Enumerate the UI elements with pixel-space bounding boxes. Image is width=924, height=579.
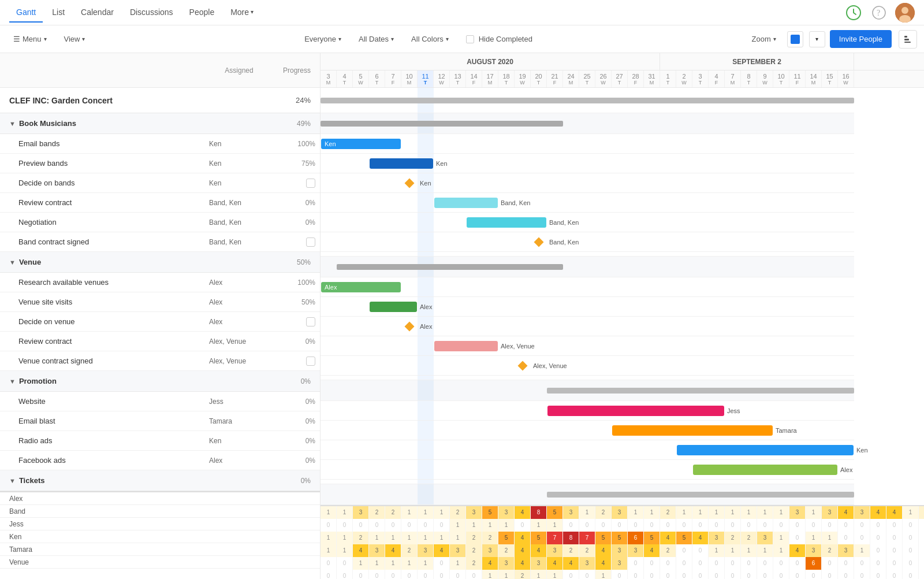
nav-list[interactable]: List xyxy=(45,3,72,23)
color-swatch-button[interactable] xyxy=(787,31,803,47)
user-avatar[interactable] xyxy=(895,3,915,23)
gantt-bar[interactable] xyxy=(434,198,498,208)
workload-cell: 0 xyxy=(854,519,870,532)
milestone-checkbox[interactable] xyxy=(306,357,315,366)
help-icon[interactable]: ? xyxy=(870,3,888,22)
task-progress: 0% xyxy=(274,456,320,465)
workload-cell: 0 xyxy=(401,519,418,532)
gantt-panel[interactable]: AUGUST 2020 SEPTEMBER 2 3M4T5W6T7F10M11T… xyxy=(321,53,924,579)
workload-cell: 3 xyxy=(806,544,822,557)
day-17: 17M xyxy=(482,70,498,87)
gantt-view-toggle[interactable] xyxy=(899,30,917,49)
group-header-3[interactable]: ▼Tickets0% xyxy=(0,470,320,491)
workload-cell: 4 xyxy=(353,544,369,557)
task-row: Review contract Alex, Venue 0% xyxy=(0,332,320,351)
workload-cell: 4 xyxy=(838,506,854,519)
workload-cell: 3 xyxy=(838,544,854,557)
day-13: 13T xyxy=(450,70,466,87)
everyone-button[interactable]: Everyone ▾ xyxy=(298,31,348,47)
nav-more[interactable]: More ▾ xyxy=(223,3,260,23)
gantt-bar[interactable] xyxy=(612,425,773,436)
workload-cell: 3 xyxy=(822,506,838,519)
task-name: Preview bands xyxy=(0,159,204,168)
workload-cell: 0 xyxy=(628,519,644,532)
invite-people-button[interactable]: Invite People xyxy=(830,30,892,48)
workload-cell: 4 xyxy=(870,506,886,519)
gantt-bar[interactable]: Alex xyxy=(321,282,401,292)
workload-cell: 4 xyxy=(515,544,531,557)
workload-cell: 0 xyxy=(563,519,579,532)
gantt-bar[interactable]: Ken xyxy=(321,139,401,149)
group-caret-icon: ▼ xyxy=(9,378,16,385)
hide-completed-button[interactable]: Hide Completed xyxy=(460,31,539,47)
nav-calendar[interactable]: Calendar xyxy=(74,3,121,23)
nav-discussions[interactable]: Discussions xyxy=(123,3,180,23)
workload-cell: 0 xyxy=(676,570,692,580)
workload-cell: 0 xyxy=(822,519,838,532)
milestone-checkbox[interactable] xyxy=(306,237,315,247)
gantt-bar[interactable] xyxy=(547,406,724,416)
all-colors-button[interactable]: All Colors ▾ xyxy=(405,31,455,47)
day-12: 12W xyxy=(434,70,450,87)
menu-icon: ☰ xyxy=(13,35,20,43)
workload-cell: 8 xyxy=(563,532,579,544)
task-name: Facebook ads xyxy=(0,456,204,465)
gantt-bar[interactable] xyxy=(370,158,433,169)
gantt-diamond xyxy=(534,237,544,247)
workload-cell: 0 xyxy=(353,570,369,580)
gantt-bar[interactable] xyxy=(693,465,837,475)
workload-cell: 0 xyxy=(838,519,854,532)
workload-cell: 0 xyxy=(870,544,886,557)
nav-gantt[interactable]: Gantt xyxy=(9,3,43,23)
workload-cell: 5 xyxy=(644,532,660,544)
gantt-bar[interactable] xyxy=(467,217,546,228)
workload-cell: 2 xyxy=(401,544,418,557)
workload-cell: 2 xyxy=(595,506,612,519)
group-header-0[interactable]: ▼Book Musicians49% xyxy=(0,113,320,134)
workload-cell: 0 xyxy=(321,519,337,532)
workload-cell: 2 xyxy=(498,544,515,557)
workload-cell: 0 xyxy=(321,570,337,580)
workload-cell: 0 xyxy=(854,570,870,580)
workload-cell: 1 xyxy=(531,519,547,532)
nav-people[interactable]: People xyxy=(182,3,222,23)
gantt-bar-label: Band, Ken xyxy=(501,199,530,206)
workload-cell: 1 xyxy=(337,532,353,544)
milestone-checkbox[interactable] xyxy=(306,179,315,188)
workload-cell: 0 xyxy=(854,557,870,570)
all-dates-button[interactable]: All Dates ▾ xyxy=(352,31,400,47)
workload-cell: 0 xyxy=(757,557,773,570)
clock-icon[interactable] xyxy=(844,3,863,22)
workload-cell: 0 xyxy=(903,544,919,557)
project-row: CLEF INC: Garden Concert 24% xyxy=(0,88,320,113)
workload-cell: 4 xyxy=(644,544,660,557)
milestone-checkbox[interactable] xyxy=(306,317,315,326)
zoom-button[interactable]: Zoom ▾ xyxy=(746,31,783,47)
workload-cell: 2 xyxy=(353,532,369,544)
gantt-bar[interactable] xyxy=(434,341,498,351)
task-assigned: Alex, Venue xyxy=(204,357,274,365)
task-row: Facebook ads Alex 0% xyxy=(0,451,320,470)
gantt-bar[interactable] xyxy=(677,445,854,455)
workload-cell: 0 xyxy=(789,519,806,532)
view-button[interactable]: View ▾ xyxy=(58,31,92,47)
workload-row-alex: 11322111235348531231121111111313434412 xyxy=(321,506,924,519)
day-3: 3T xyxy=(692,70,709,87)
group-header-2[interactable]: ▼Promotion0% xyxy=(0,371,320,392)
gantt-bar[interactable] xyxy=(370,302,417,312)
workload-cell: 0 xyxy=(579,519,595,532)
color-picker-dropdown[interactable]: ▾ xyxy=(809,31,825,47)
workload-section: 1132211123534853123112111111131343441200… xyxy=(321,505,924,579)
workload-cell: 0 xyxy=(337,519,353,532)
workload-cell: 1 xyxy=(418,557,434,570)
hide-completed-checkbox[interactable] xyxy=(466,35,474,43)
workload-cell: 0 xyxy=(692,544,709,557)
workload-cell: 5 xyxy=(482,506,498,519)
gantt-group-bar xyxy=(321,98,854,103)
group-caret-icon: ▼ xyxy=(9,120,16,127)
project-title: CLEF INC: Garden Concert xyxy=(0,96,274,105)
day-26: 26W xyxy=(595,70,612,87)
workload-cell: 4 xyxy=(434,544,450,557)
group-header-1[interactable]: ▼Venue50% xyxy=(0,252,320,273)
menu-button[interactable]: ☰ Menu ▾ xyxy=(7,31,53,47)
